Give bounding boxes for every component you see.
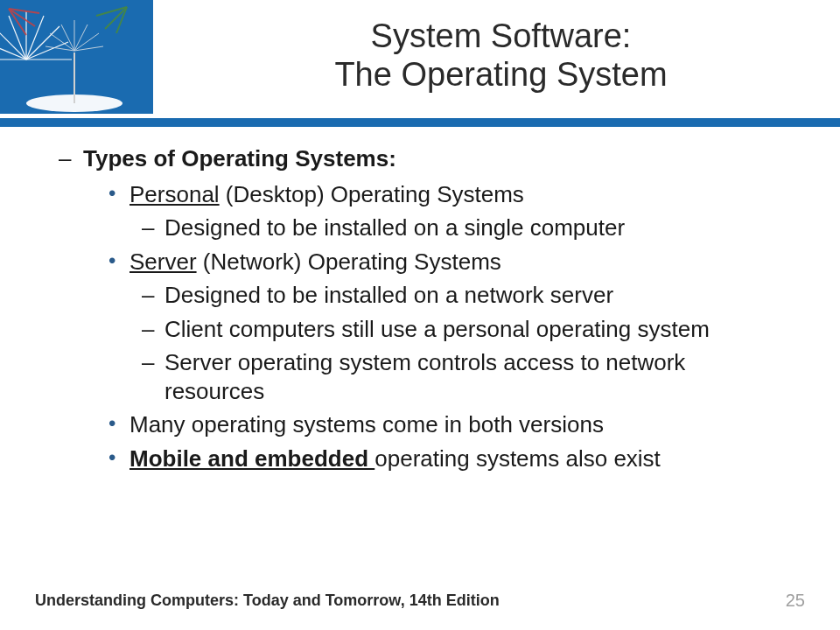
heading-item: Types of Operating Systems: [83,144,796,173]
personal-sub-1: Designed to be installed on a single com… [164,214,796,242]
server-underline: Server [130,248,197,275]
slide-title: System Software: The Operating System [153,0,840,94]
bullet-server: Server (Network) Operating Systems [130,248,796,276]
footer-text: Understanding Computers: Today and Tomor… [35,592,500,610]
personal-underline: Personal [130,181,220,207]
slide-footer: Understanding Computers: Today and Tomor… [35,591,805,611]
title-line-1: System Software: [188,18,814,56]
server-sub-1: Designed to be installed on a network se… [164,281,796,310]
mobile-rest: operating systems also exist [374,445,661,472]
slide-header: System Software: The Operating System [0,0,840,118]
server-rest: (Network) Operating Systems [197,248,501,275]
logo-image [0,0,153,114]
heading-text: Types of Operating Systems: [83,145,396,172]
bullet-mobile: Mobile and embedded operating systems al… [130,444,796,473]
server-sub-3: Server operating system controls access … [164,348,796,405]
personal-rest: (Desktop) Operating Systems [220,181,524,207]
divider-bar [0,118,840,127]
server-sub-2: Client computers still use a personal op… [164,315,796,344]
mobile-underline: Mobile and embedded [130,445,374,472]
bullet-personal: Personal (Desktop) Operating Systems [130,180,796,209]
page-number: 25 [786,591,805,611]
bullet-many: Many operating systems come in both vers… [130,410,796,439]
title-line-2: The Operating System [188,56,814,94]
slide-content: Types of Operating Systems: Personal (De… [0,118,840,472]
